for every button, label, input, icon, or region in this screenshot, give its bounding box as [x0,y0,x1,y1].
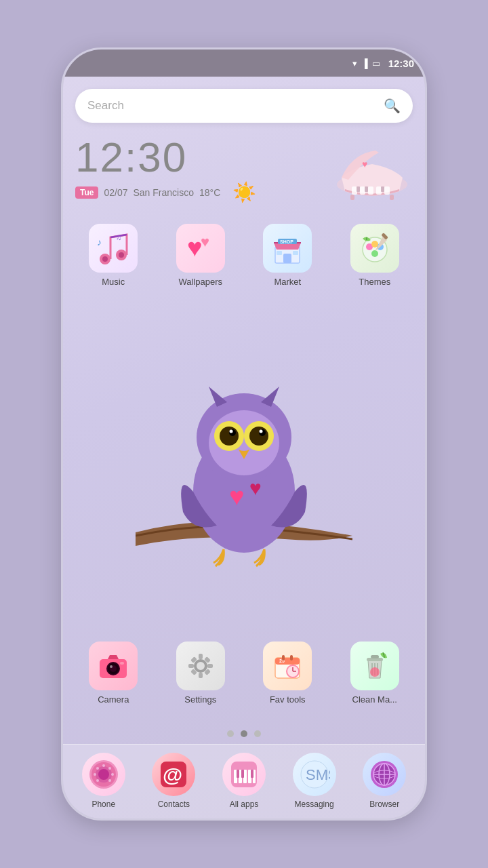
svg-point-88 [96,767,99,770]
svg-rect-5 [384,186,390,195]
page-dots [227,730,261,737]
app-music[interactable]: ♪ ♫ Music [76,224,150,287]
svg-rect-3 [368,186,373,195]
svg-rect-1 [352,186,357,195]
allapps-icon [222,753,266,796]
svg-point-83 [108,767,111,770]
page-dot-3[interactable] [254,730,261,737]
svg-rect-99 [251,770,253,778]
svg-point-20 [259,429,266,436]
svg-point-13 [197,393,291,481]
music-label: Music [102,277,125,287]
favtools-label: Fav tools [270,694,306,705]
piano-illustration: ♥ [331,140,413,200]
contacts-label: Contacts [158,800,190,809]
svg-text:SHOP: SHOP [280,239,293,244]
svg-rect-7 [365,186,368,192]
svg-rect-55 [199,673,203,678]
phone-icon [82,753,125,796]
svg-point-21 [230,429,233,433]
themes-icon [350,224,399,273]
svg-point-22 [260,429,263,433]
settings-icon [176,642,225,690]
messaging-icon: SMS [293,753,336,796]
clock-date-row: Tue 02/07 San Francisco 18°C ☀️ [75,181,256,203]
phone-label: Phone [92,800,115,809]
svg-rect-51 [120,662,124,665]
phone-frame: ▾ ▐ ▭ 12:30 Search 🔍 12:30 Tue 02/07 San… [61,47,427,821]
camera-label: Camera [98,694,129,705]
svg-point-14 [209,410,279,475]
svg-point-43 [371,241,378,248]
svg-rect-56 [188,664,194,668]
svg-rect-8 [381,186,384,192]
phone-content: Search 🔍 12:30 Tue 02/07 San Francisco 1… [63,77,425,818]
svg-point-18 [249,427,268,446]
browser-label: Browser [369,800,399,809]
clock-date: 02/07 [104,187,127,198]
app-camera[interactable]: Camera [76,642,150,705]
svg-point-81 [98,769,109,780]
svg-rect-57 [207,664,213,668]
svg-point-28 [119,252,124,258]
svg-point-19 [229,429,236,436]
search-placeholder: Search [87,99,384,113]
dock-phone[interactable]: Phone [73,753,134,809]
clock-time: 12:30 [75,136,256,178]
svg-point-82 [102,764,105,767]
svg-point-26 [102,256,108,262]
svg-point-50 [110,665,113,668]
dock-browser[interactable]: Browser [354,753,415,809]
svg-text:@: @ [163,764,182,786]
svg-text:♫: ♫ [116,233,121,241]
battery-icon: ▭ [372,58,380,68]
clock-temp: 18°C [199,187,220,198]
owl-area: ♥ ♥ [63,203,425,725]
svg-text:♥: ♥ [249,477,262,499]
wallpapers-label: Wallpapers [178,277,222,287]
svg-text:♥: ♥ [229,482,245,511]
svg-point-85 [108,779,111,782]
favtools-icon: 25 [263,642,312,690]
search-bar[interactable]: Search 🔍 [75,89,413,123]
music-icon: ♪ ♫ [89,224,138,273]
page-dot-2[interactable] [241,730,247,737]
clock-left: 12:30 Tue 02/07 San Francisco 18°C ☀️ [75,136,256,203]
svg-text:SMS: SMS [306,766,330,783]
svg-rect-67 [290,655,293,660]
allapps-label: All apps [230,800,259,809]
svg-rect-98 [241,770,244,778]
app-clean[interactable]: Clean Ma... [338,642,412,705]
dock-messaging[interactable]: SMS Messaging [284,753,345,809]
svg-rect-97 [237,770,239,778]
svg-point-16 [244,421,274,451]
clock-widget: 12:30 Tue 02/07 San Francisco 18°C ☀️ [75,130,413,203]
svg-point-15 [214,421,244,451]
app-settings[interactable]: Settings [163,642,238,705]
svg-point-87 [94,773,96,776]
dock-allapps[interactable]: All apps [214,753,274,809]
page-dot-1[interactable] [227,730,234,737]
svg-text:♪: ♪ [97,237,102,248]
clock-city: San Francisco [134,187,194,198]
svg-rect-54 [199,654,203,659]
svg-rect-73 [371,655,379,658]
svg-rect-2 [360,186,365,195]
owl-illustration: ♥ ♥ [136,336,352,593]
svg-rect-11 [390,195,394,200]
svg-rect-6 [357,186,360,192]
status-time: 12:30 [388,58,414,69]
app-market[interactable]: SHOP Market [250,224,325,287]
market-label: Market [274,277,301,287]
market-icon: SHOP [263,224,312,273]
dock-contacts[interactable]: @ Contacts [143,753,204,809]
app-favtools[interactable]: 25 Fav tools [250,642,325,705]
app-wallpapers[interactable]: ♥ ♥ Wallpapers [163,224,238,287]
themes-label: Themes [359,277,390,287]
app-themes[interactable]: Themes [338,224,412,287]
search-icon[interactable]: 🔍 [384,98,401,114]
signal-icon: ▐ [361,58,367,68]
svg-text:♥: ♥ [362,159,367,170]
wallpapers-icon: ♥ ♥ [176,224,225,273]
svg-text:♥: ♥ [201,233,209,250]
